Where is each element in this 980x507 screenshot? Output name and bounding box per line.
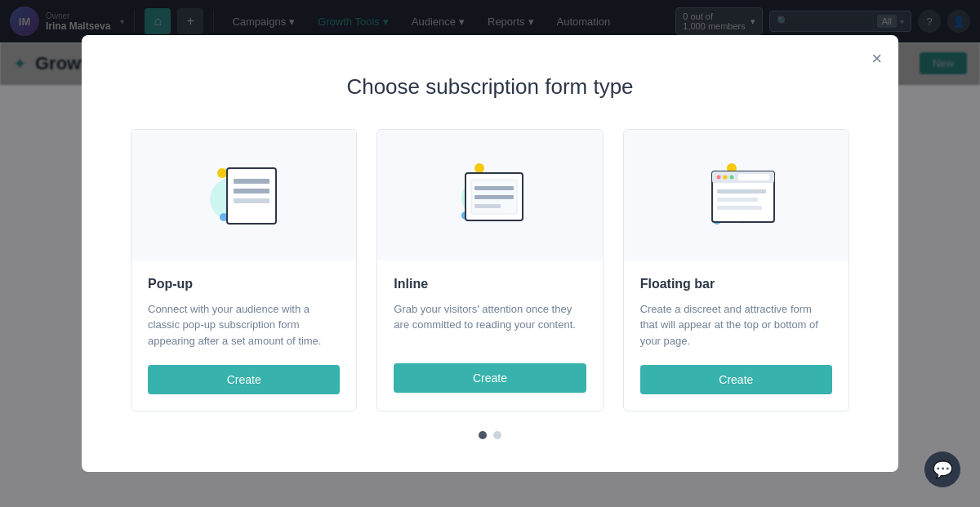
inline-description: Grab your visitors' attention once they … (394, 301, 586, 347)
svg-rect-14 (474, 186, 514, 190)
inline-card[interactable]: Inline Grab your visitors' attention onc… (376, 129, 603, 412)
svg-rect-6 (234, 189, 270, 193)
svg-rect-26 (738, 174, 769, 180)
popup-card-image (131, 130, 356, 260)
popup-create-button[interactable]: Create (148, 365, 340, 394)
floating-bar-card-content: Floating bar Create a discreet and attra… (624, 260, 849, 411)
popup-description: Connect with your audience with a classi… (148, 301, 340, 349)
svg-point-1 (217, 168, 227, 178)
svg-rect-5 (234, 179, 270, 184)
inline-type-name: Inline (394, 277, 586, 291)
chat-button[interactable]: 💬 (924, 451, 960, 487)
svg-point-24 (724, 175, 728, 179)
modal-close-button[interactable]: × (871, 48, 882, 69)
popup-card-content: Pop-up Connect with your audience with a… (131, 260, 356, 411)
popup-card[interactable]: Pop-up Connect with your audience with a… (131, 129, 357, 412)
form-type-cards: Pop-up Connect with your audience with a… (131, 129, 849, 412)
svg-rect-16 (474, 204, 501, 208)
floating-bar-type-name: Floating bar (640, 277, 832, 291)
floating-bar-description: Create a discreet and attractive form th… (640, 301, 832, 349)
chat-icon: 💬 (933, 460, 953, 479)
inline-card-content: Inline Grab your visitors' attention onc… (377, 260, 602, 409)
floating-bar-card[interactable]: Floating bar Create a discreet and attra… (623, 129, 849, 412)
svg-point-9 (474, 163, 484, 173)
popup-type-name: Pop-up (148, 277, 340, 291)
popup-illustration (191, 150, 297, 240)
inline-create-button[interactable]: Create (394, 363, 586, 393)
svg-rect-28 (717, 198, 758, 202)
svg-rect-27 (717, 189, 766, 193)
inline-illustration (437, 150, 543, 240)
pagination-dot-2[interactable] (493, 431, 501, 439)
subscription-form-modal: × Choose subscription form type (82, 35, 898, 473)
svg-rect-7 (234, 198, 270, 203)
svg-rect-4 (227, 168, 276, 224)
floating-bar-card-image (624, 130, 849, 260)
pagination-dot-1[interactable] (479, 431, 487, 439)
floating-bar-illustration (683, 150, 789, 240)
svg-rect-29 (717, 206, 762, 210)
modal-overlay: × Choose subscription form type (0, 0, 980, 507)
svg-rect-15 (474, 195, 514, 199)
pagination-dots (131, 431, 849, 439)
floating-bar-create-button[interactable]: Create (640, 365, 832, 394)
svg-point-25 (730, 175, 734, 179)
svg-point-23 (717, 175, 721, 179)
inline-card-image (377, 130, 602, 260)
modal-title: Choose subscription form type (131, 74, 849, 100)
